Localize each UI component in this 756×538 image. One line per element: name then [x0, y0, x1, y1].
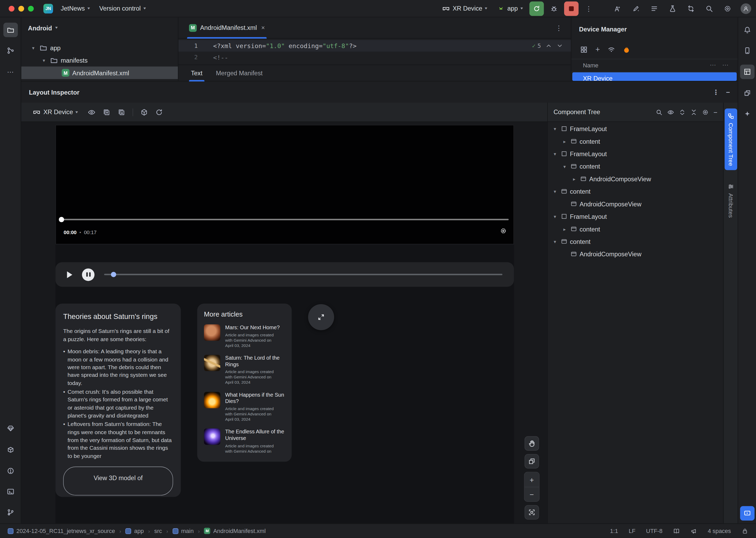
notifications-bell-button[interactable] [740, 23, 754, 37]
debug-button[interactable] [547, 1, 561, 16]
caret-position-widget[interactable]: 1:1 [610, 527, 618, 534]
chevron-down-icon[interactable]: ▾ [552, 151, 558, 156]
tree-node-framelayout[interactable]: ▾ FrameLayout [548, 210, 723, 223]
chevron-down-icon[interactable]: ▾ [30, 45, 37, 50]
chevron-down-icon[interactable]: ▾ [552, 189, 558, 194]
breadcrumb-app[interactable]: app [126, 527, 144, 534]
settings-gear-icon[interactable] [720, 1, 735, 16]
play-icon[interactable] [67, 271, 73, 278]
indent-widget[interactable]: 4 spaces [708, 527, 731, 534]
chevron-down-icon[interactable]: ▾ [552, 239, 558, 244]
line-separator-widget[interactable]: LF [629, 527, 635, 534]
pause-button[interactable] [82, 268, 94, 281]
device-row-xr-device[interactable]: XR Device [572, 73, 737, 81]
zoom-in-button[interactable]: + [524, 472, 539, 487]
tree-node-content[interactable]: ▾ content [548, 160, 723, 173]
breadcrumb-root[interactable]: 2024-12-05_RC11_jetnews_xr_source [8, 527, 115, 534]
group-devices-icon[interactable] [580, 46, 588, 53]
layers-button[interactable] [524, 454, 539, 468]
version-control-tool-button[interactable] [3, 505, 18, 520]
more-run-actions-button[interactable]: ⋮ [582, 1, 596, 16]
translate-icon[interactable] [611, 1, 625, 16]
zoom-out-button[interactable]: − [524, 487, 539, 501]
chevron-down-icon[interactable]: ▾ [552, 126, 558, 131]
project-tool-button[interactable] [3, 23, 18, 37]
column-options-icon[interactable]: ⋯ [722, 61, 729, 69]
device-table-header[interactable]: Name ⋯ ⋯ [571, 59, 737, 73]
panel-options-icon[interactable]: ⋮ [713, 89, 720, 96]
video-player[interactable]: 00:00 • 00:17 [55, 125, 514, 244]
run-configuration-selector[interactable]: app ▾ [494, 2, 527, 15]
prev-problem-icon[interactable] [545, 42, 552, 49]
audio-player[interactable] [55, 262, 514, 287]
structure-tool-button[interactable] [3, 43, 18, 58]
breadcrumb-main[interactable]: main [172, 527, 194, 534]
tree-item-androidmanifest[interactable]: M AndroidManifest.xml [21, 67, 178, 79]
chevron-down-icon[interactable]: ▾ [552, 214, 558, 219]
vcs-widget[interactable]: Version control ▾ [95, 2, 149, 15]
close-tab-icon[interactable]: × [261, 24, 265, 31]
gemini-gem-tool-button[interactable] [3, 421, 18, 436]
tab-text[interactable]: Text [191, 65, 202, 81]
tree-node-content[interactable]: ▸ content [548, 135, 723, 147]
video-progress-bar[interactable] [61, 219, 508, 220]
import-snapshot-icon[interactable] [118, 108, 126, 116]
tab-attributes[interactable]: Attributes [725, 179, 737, 222]
inspections-widget[interactable]: ✓ 5 [532, 42, 563, 49]
stop-button[interactable] [564, 1, 579, 16]
device-selector[interactable]: XR Device ▾ [438, 2, 491, 15]
tree-node-androidcomposeview[interactable]: AndroidComposeView [548, 248, 723, 260]
reader-mode-icon[interactable] [673, 527, 680, 534]
code-editor[interactable]: 1 <?xml version="1.0" encoding="utf-8"?>… [178, 38, 571, 65]
export-snapshot-icon[interactable] [103, 108, 110, 116]
close-window-button[interactable] [9, 6, 15, 11]
sync-branches-icon[interactable] [683, 1, 698, 16]
chevron-right-icon[interactable]: ▸ [561, 138, 568, 144]
chevron-down-icon[interactable]: ▾ [40, 58, 47, 63]
pan-hand-button[interactable] [524, 436, 539, 451]
inspector-canvas[interactable]: 00:00 • 00:17 [21, 122, 547, 523]
tree-settings-gear-icon[interactable] [702, 109, 709, 116]
mirror-device-button[interactable] [740, 506, 754, 520]
expand-all-icon[interactable] [679, 109, 686, 116]
tree-node-content[interactable]: ▾ content [548, 235, 723, 247]
task-list-icon[interactable] [647, 1, 662, 16]
announcements-icon[interactable] [690, 527, 697, 534]
project-widget[interactable]: JetNews ▾ [57, 2, 93, 15]
editor-options-button[interactable]: ⋮ [552, 21, 566, 35]
column-options-icon[interactable]: ⋯ [710, 61, 717, 69]
gemini-sparkle-button[interactable] [740, 107, 754, 122]
tree-node-framelayout[interactable]: ▾ FrameLayout [548, 122, 723, 135]
tree-node-androidcomposeview[interactable]: ▸ AndroidComposeView [548, 173, 723, 185]
article-item[interactable]: Saturn: The Lord of the Rings Article an… [204, 354, 285, 385]
article-item[interactable]: The Endless Allure of the Universe Artic… [204, 429, 285, 454]
tree-node-framelayout[interactable]: ▾ FrameLayout [548, 147, 723, 160]
chevron-down-icon[interactable]: ▾ [561, 164, 568, 169]
rerun-button[interactable] [529, 1, 544, 16]
tree-item-manifests[interactable]: ▾ manifests [21, 54, 178, 66]
next-problem-icon[interactable] [556, 42, 563, 49]
pair-wifi-icon[interactable] [608, 46, 615, 53]
tab-merged-manifest[interactable]: Merged Manifest [216, 65, 263, 81]
tree-item-app[interactable]: ▾ app [21, 41, 178, 54]
audio-progress-thumb[interactable] [111, 272, 116, 277]
tree-node-androidcomposeview[interactable]: AndroidComposeView [548, 198, 723, 210]
search-icon[interactable] [656, 109, 663, 116]
zoom-to-fit-button[interactable] [524, 505, 539, 520]
chevron-right-icon[interactable]: ▸ [561, 226, 568, 232]
xr-expand-fab[interactable] [308, 304, 334, 330]
article-item[interactable]: What Happens if the Sun Dies? Article an… [204, 392, 285, 422]
device-screen-preview[interactable]: 00:00 • 00:17 [55, 125, 514, 523]
breadcrumb-src[interactable]: src [154, 527, 162, 534]
build-tool-button[interactable] [3, 443, 18, 457]
tab-component-tree[interactable]: Component Tree [725, 108, 737, 170]
tree-node-content[interactable]: ▸ content [548, 223, 723, 235]
tab-androidmanifest[interactable]: M AndroidManifest.xml × [183, 17, 271, 38]
terminal-tool-button[interactable] [3, 484, 18, 499]
chevron-right-icon[interactable]: ▸ [571, 176, 578, 182]
inspector-process-selector[interactable]: XR Device ▾ [30, 107, 81, 117]
project-view-selector[interactable]: Android ▾ [21, 18, 178, 38]
minimize-tree-icon[interactable]: − [714, 109, 718, 116]
layout-inspector-tool-button[interactable] [740, 65, 754, 79]
collapse-all-icon[interactable] [690, 109, 697, 116]
